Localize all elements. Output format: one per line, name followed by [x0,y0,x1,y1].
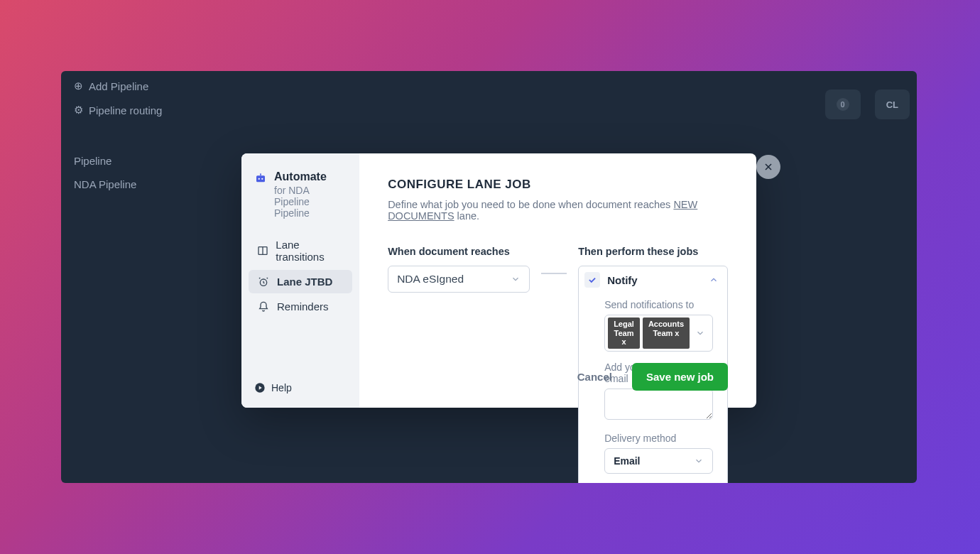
play-circle-icon [254,382,266,393]
recipient-tag[interactable]: Accounts Team x [643,317,690,349]
connector [530,273,578,274]
connector-line [541,273,567,274]
help-link[interactable]: Help [249,379,352,396]
automate-modal: Automate for NDA Pipeline Pipeline Lane … [241,153,756,408]
sidebar-title: Automate [274,170,347,183]
when-column: When document reaches NDA eSIgned [388,246,530,293]
bell-icon [257,301,270,313]
cancel-button[interactable]: Cancel [577,371,612,383]
modal-overlay: Automate for NDA Pipeline Pipeline Lane … [61,71,917,483]
subtitle-prefix: Define what job you need to be done when… [388,199,673,210]
page-subtitle: Define what job you need to be done when… [388,199,728,222]
when-select[interactable]: NDA eSIgned [388,266,530,293]
sidebar-subtitle: for NDA Pipeline Pipeline [274,185,347,219]
chevron-down-icon [695,328,705,338]
close-icon [763,161,774,173]
chevron-down-icon [511,274,521,284]
delivery-field: Delivery method Email [604,433,713,474]
chevron-down-icon [694,456,704,466]
delivery-label: Delivery method [604,433,713,444]
when-label: When document reaches [388,246,530,257]
svg-point-2 [261,178,263,180]
job-title: Notify [607,274,638,286]
svg-point-1 [258,178,260,180]
close-button[interactable] [756,155,780,179]
job-header[interactable]: Notify [579,266,727,293]
app-window: ⊕ Add Pipeline ⚙ Pipeline routing Pipeli… [61,71,917,483]
then-label: Then perform these jobs [578,246,728,257]
recipients-field: Send notifications to Legal Team x Accou… [604,299,713,352]
svg-rect-3 [260,173,261,175]
save-button[interactable]: Save new job [632,363,728,391]
sidebar-item-reminders[interactable]: Reminders [249,295,352,318]
delivery-value: Email [614,455,640,467]
subtitle-suffix: lane. [454,210,479,222]
recipients-label: Send notifications to [604,299,713,310]
page-title: CONFIGURE LANE JOB [388,178,728,192]
sidebar-item-lane-jtbd[interactable]: Lane JTBD [249,270,352,293]
robot-icon [254,172,267,219]
sidebar-nav-list: Lane transitions Lane JTBD Reminders [249,233,352,318]
sidebar-item-label: Lane transitions [276,239,344,263]
message-textarea[interactable] [604,389,713,420]
sidebar-header: Automate for NDA Pipeline Pipeline [249,170,352,229]
modal-footer: Cancel Save new job [577,363,728,391]
check-icon [584,272,600,288]
modal-main: CONFIGURE LANE JOB Define what job you n… [359,153,756,408]
sidebar-item-label: Reminders [277,300,329,313]
modal-sidebar: Automate for NDA Pipeline Pipeline Lane … [241,153,359,408]
svg-rect-0 [256,175,265,182]
columns-icon [257,245,268,256]
sidebar-item-label: Lane JTBD [277,276,332,288]
help-label: Help [271,382,292,393]
recipients-select[interactable]: Legal Team x Accounts Team x [604,315,713,352]
recipient-tag[interactable]: Legal Team x [608,317,640,349]
when-select-value: NDA eSIgned [397,273,464,286]
alarm-icon [257,276,270,288]
sidebar-item-lane-transitions[interactable]: Lane transitions [249,233,352,268]
chevron-up-icon [709,275,719,285]
delivery-select[interactable]: Email [604,448,713,474]
